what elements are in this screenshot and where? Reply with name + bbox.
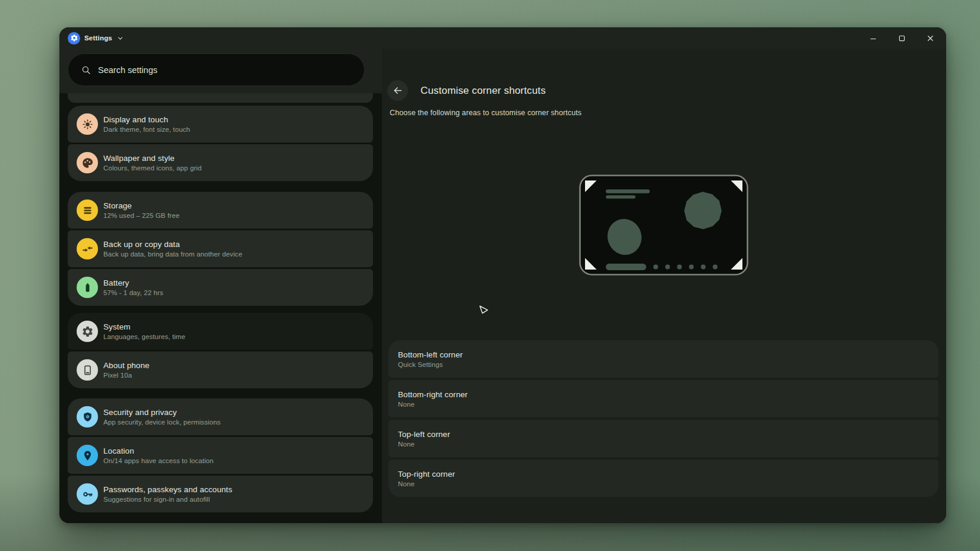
corner-value: None <box>398 401 938 408</box>
sidebar-item-system[interactable]: System Languages, gestures, time <box>68 313 373 350</box>
settings-sidebar: Display and touch Dark theme, font size,… <box>59 49 382 523</box>
sidebar-item-battery[interactable]: Battery 57% - 1 day, 22 hrs <box>68 269 373 306</box>
corner-label: Top-right corner <box>398 470 938 479</box>
item-label: Back up or copy data <box>103 240 242 249</box>
corner-options-list: Bottom-left corner Quick Settings Bottom… <box>388 340 938 499</box>
item-label: Battery <box>103 278 163 287</box>
app-menu[interactable]: Settings <box>68 32 124 45</box>
maximize-button[interactable] <box>896 32 908 44</box>
item-sublabel: Colours, themed icons, app grid <box>103 164 201 172</box>
sidebar-item-display-and-touch[interactable]: Display and touch Dark theme, font size,… <box>68 106 373 142</box>
corner-shortcuts-panel: Customise corner shortcuts Choose the fo… <box>382 49 946 523</box>
item-sublabel: App security, device lock, permissions <box>103 419 220 426</box>
corner-shortcuts-illustration <box>579 175 748 276</box>
maximize-icon <box>897 34 906 43</box>
shield-icon <box>77 406 98 428</box>
item-sublabel: Suggestions for sign-in and autofill <box>103 496 232 503</box>
corner-label: Bottom-right corner <box>398 390 938 399</box>
settings-nav-list: Display and touch Dark theme, font size,… <box>59 93 382 523</box>
corner-label: Bottom-left corner <box>398 350 938 359</box>
backup-icon <box>77 238 98 259</box>
item-sublabel: 12% used – 225 GB free <box>103 212 179 219</box>
item-label: Passwords, passkeys and accounts <box>103 485 232 494</box>
item-label: Wallpaper and style <box>103 154 201 163</box>
page-description: Choose the following areas to customise … <box>390 109 581 117</box>
corner-value: None <box>398 480 938 487</box>
corner-option-bottom-right[interactable]: Bottom-right corner None <box>388 380 938 417</box>
item-sublabel: 57% - 1 day, 22 hrs <box>103 289 163 296</box>
search-icon <box>81 65 91 75</box>
window-titlebar: Settings <box>59 27 946 49</box>
item-sublabel: Languages, gestures, time <box>103 333 185 340</box>
corner-value: Quick Settings <box>398 361 938 368</box>
corner-option-top-left[interactable]: Top-left corner None <box>388 420 938 457</box>
close-button[interactable] <box>924 32 936 44</box>
item-sublabel: Back up data, bring data from another de… <box>103 251 242 258</box>
gear-icon <box>77 321 98 342</box>
item-label: Location <box>103 446 214 455</box>
brightness-icon <box>77 113 98 135</box>
minimize-button[interactable] <box>867 32 879 44</box>
search-section <box>59 49 382 93</box>
sidebar-item-wallpaper-and-style[interactable]: Wallpaper and style Colours, themed icon… <box>68 144 373 181</box>
chevron-down-icon <box>116 34 124 42</box>
sidebar-item-security-and-privacy[interactable]: Security and privacy App security, devic… <box>68 398 373 435</box>
phone-icon <box>77 359 98 381</box>
location-pin-icon <box>77 445 98 466</box>
search-bar[interactable] <box>68 53 365 86</box>
item-sublabel: On/14 apps have access to location <box>103 457 214 464</box>
item-label: System <box>103 322 185 331</box>
sidebar-item-passwords[interactable]: Passwords, passkeys and accounts Suggest… <box>68 476 373 512</box>
key-icon <box>77 483 98 505</box>
partially-scrolled-item[interactable] <box>68 93 373 103</box>
desktop-background: Settings <box>0 0 980 551</box>
palette-icon <box>77 152 98 173</box>
corner-option-top-right[interactable]: Top-right corner None <box>388 460 938 497</box>
settings-app-icon <box>68 32 80 45</box>
item-label: About phone <box>103 361 150 370</box>
item-sublabel: Dark theme, font size, touch <box>103 126 190 133</box>
mouse-cursor <box>479 305 489 316</box>
arrow-left-icon <box>392 85 403 96</box>
sidebar-item-storage[interactable]: Storage 12% used – 225 GB free <box>68 192 373 229</box>
search-input[interactable] <box>98 65 353 75</box>
close-icon <box>926 34 935 43</box>
item-sublabel: Pixel 10a <box>103 372 150 379</box>
corner-value: None <box>398 441 938 448</box>
back-button[interactable] <box>387 80 408 101</box>
app-title: Settings <box>84 34 112 42</box>
battery-icon <box>77 277 98 298</box>
sidebar-item-backup[interactable]: Back up or copy data Back up data, bring… <box>68 230 373 267</box>
corner-option-bottom-left[interactable]: Bottom-left corner Quick Settings <box>388 340 938 378</box>
sidebar-item-about-phone[interactable]: About phone Pixel 10a <box>68 352 373 388</box>
settings-window: Settings <box>59 27 946 523</box>
sidebar-item-location[interactable]: Location On/14 apps have access to locat… <box>68 437 373 474</box>
page-title: Customise corner shortcuts <box>421 85 546 97</box>
item-label: Display and touch <box>103 115 190 124</box>
item-label: Security and privacy <box>103 408 220 417</box>
storage-icon <box>77 200 98 221</box>
minimize-icon <box>869 34 878 43</box>
corner-label: Top-left corner <box>398 430 938 439</box>
item-label: Storage <box>103 201 179 210</box>
window-controls <box>867 32 936 44</box>
